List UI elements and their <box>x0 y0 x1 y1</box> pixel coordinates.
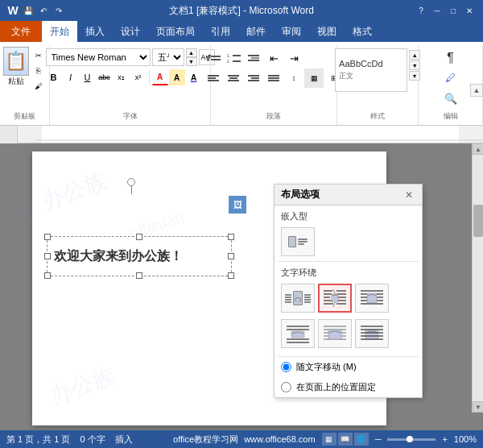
scroll-down-button[interactable]: ▼ <box>473 401 483 413</box>
find-replace-button[interactable]: 🔍 <box>428 92 473 111</box>
decrease-indent-button[interactable]: ⇤ <box>264 48 283 68</box>
superscript-button[interactable]: x² <box>130 69 147 85</box>
file-menu-button[interactable]: 文件 <box>0 21 42 42</box>
paragraph-group: 1. 2. ⇤ ⇥ <box>211 45 337 125</box>
quick-access-toolbar: W 💾 ↶ ↷ <box>6 4 65 17</box>
zoom-plus-button[interactable]: + <box>442 434 447 444</box>
zoom-minus-button[interactable]: ─ <box>375 434 382 444</box>
handle-top-right[interactable] <box>228 234 234 240</box>
handle-bottom-center[interactable] <box>136 272 142 279</box>
styles-editing-button[interactable]: 🖊 <box>428 71 473 90</box>
vertical-scrollbar: ▲ ▼ <box>472 143 483 413</box>
tab-insert[interactable]: 插入 <box>77 21 113 42</box>
redo-icon[interactable]: ↷ <box>52 4 65 17</box>
behind-visual-svg <box>359 323 385 344</box>
close-button[interactable]: ✕ <box>462 4 477 17</box>
styles-gallery[interactable]: AaBbCcDd 正文 <box>335 48 407 92</box>
ruler-corner[interactable] <box>0 126 18 143</box>
rotate-handle[interactable] <box>127 178 135 186</box>
align-left-button[interactable] <box>204 68 223 88</box>
line-spacing-button[interactable]: ↕ <box>284 68 303 88</box>
handle-top-center[interactable] <box>136 234 142 240</box>
through-wrap-icon[interactable] <box>355 284 389 313</box>
top-bottom-svg <box>285 323 311 344</box>
tab-home[interactable]: 开始 <box>42 21 77 42</box>
align-center-button[interactable] <box>224 68 243 88</box>
highlight-button[interactable]: A <box>169 69 185 85</box>
radio-move-with-text-input[interactable] <box>281 362 291 372</box>
layout-close-button[interactable]: ✕ <box>402 189 415 201</box>
scroll-track[interactable] <box>473 155 483 401</box>
italic-button[interactable]: I <box>63 69 79 85</box>
layout-panel-title: 布局选项 <box>281 188 320 201</box>
align-right-button[interactable] <box>244 68 263 88</box>
save-icon[interactable]: 💾 <box>22 4 35 17</box>
handle-top-left[interactable] <box>44 234 51 240</box>
read-mode-button[interactable]: 📖 <box>338 433 353 446</box>
paragraph-label: 段落 <box>266 111 281 123</box>
text-box[interactable]: 欢迎大家来到办公族！ <box>47 236 232 276</box>
tab-format[interactable]: 格式 <box>345 21 380 42</box>
strikethrough-button[interactable]: abc <box>97 69 113 85</box>
tab-design[interactable]: 设计 <box>113 21 148 42</box>
ribbon-collapse-button[interactable]: ▲ <box>470 84 483 97</box>
wrap-icons-row-2 <box>275 317 422 353</box>
font-size-up-button[interactable]: ▲ <box>186 48 197 57</box>
behind-wrap-icon[interactable] <box>355 319 389 348</box>
paragraph-mark-button[interactable]: ¶ <box>428 50 473 69</box>
font-name-select[interactable]: Times New Roman <box>46 48 151 66</box>
multilevel-list-button[interactable] <box>244 48 263 68</box>
tab-references[interactable]: 引用 <box>203 21 238 42</box>
subscript-button[interactable]: x₂ <box>114 69 130 85</box>
layout-options-trigger[interactable]: 🖼 <box>229 196 246 214</box>
tab-review[interactable]: 审阅 <box>274 21 309 42</box>
cut-button[interactable]: ✂ <box>31 48 47 63</box>
help-button[interactable]: ? <box>414 4 428 17</box>
top-bottom-wrap-icon[interactable] <box>281 319 315 348</box>
inline-wrap-icon[interactable] <box>281 227 315 256</box>
tab-mailings[interactable]: 邮件 <box>238 21 274 42</box>
tab-page-layout[interactable]: 页面布局 <box>148 21 203 42</box>
format-painter-button[interactable]: 🖌 <box>31 79 47 93</box>
font-color-button[interactable]: A <box>152 69 168 85</box>
shading-para-button[interactable]: ▦ <box>304 68 324 88</box>
scroll-up-button[interactable]: ▲ <box>473 143 483 155</box>
font-size-down-button[interactable]: ▼ <box>186 57 197 66</box>
tight-wrap-icon[interactable] <box>318 284 352 313</box>
underline-button[interactable]: U <box>80 69 96 85</box>
paste-button[interactable]: 📋 粘贴 <box>3 47 29 87</box>
handle-bottom-left[interactable] <box>44 272 51 279</box>
web-layout-button[interactable]: 🌐 <box>354 433 369 446</box>
app-window: W 💾 ↶ ↷ 文档1 [兼容模式] - Microsoft Word ? ─ … <box>0 0 483 448</box>
maximize-button[interactable]: □ <box>446 4 460 17</box>
bold-button[interactable]: B <box>46 69 62 85</box>
handle-bottom-right[interactable] <box>228 272 234 279</box>
justify-button[interactable] <box>264 68 283 88</box>
bullets-button[interactable] <box>204 48 223 68</box>
tab-view[interactable]: 视图 <box>309 21 345 42</box>
square-wrap-icon[interactable] <box>281 284 315 313</box>
zoom-slider[interactable] <box>387 438 436 441</box>
radio-fixed-position-input[interactable] <box>281 382 291 392</box>
word-logo-icon: W <box>6 4 19 17</box>
undo-icon[interactable]: ↶ <box>37 4 50 17</box>
handle-middle-left[interactable] <box>44 253 51 259</box>
front-wrap-icon[interactable] <box>318 319 352 348</box>
copy-button[interactable]: ⎘ <box>31 64 47 78</box>
window-title: 文档1 [兼容模式] - Microsoft Word <box>169 4 314 18</box>
horizontal-ruler[interactable] <box>18 126 483 143</box>
site-name: office教程学习网 <box>173 434 238 444</box>
menu-bar: 文件 开始 插入 设计 页面布局 引用 邮件 审阅 视图 格式 <box>0 21 483 42</box>
print-layout-button[interactable]: ▦ <box>322 433 336 446</box>
numbering-button[interactable]: 1. 2. <box>224 48 243 68</box>
increase-indent-button[interactable]: ⇥ <box>284 48 303 68</box>
shading-button[interactable]: A <box>186 69 202 85</box>
minimize-button[interactable]: ─ <box>430 4 444 17</box>
zoom-thumb[interactable] <box>407 436 413 442</box>
font-size-select[interactable]: 五号 <box>152 48 184 66</box>
handle-middle-right[interactable] <box>228 253 234 259</box>
move-info-icon[interactable]: ⓘ <box>361 362 373 373</box>
document-page: 办公族 offizuan 办公族 <box>32 151 386 425</box>
scroll-thumb[interactable] <box>473 205 483 237</box>
insert-mode[interactable]: 插入 <box>115 433 133 446</box>
